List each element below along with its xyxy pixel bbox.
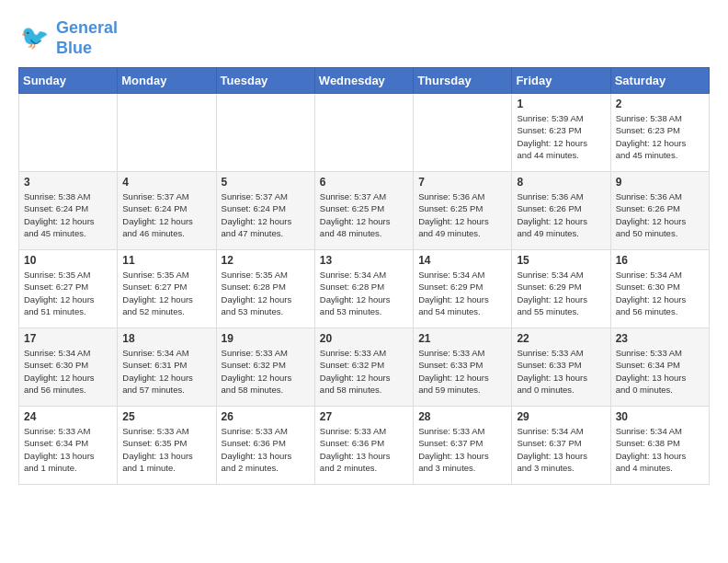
day-info: Sunrise: 5:35 AM Sunset: 6:27 PM Dayligh… — [24, 269, 112, 317]
day-cell: 18Sunrise: 5:34 AM Sunset: 6:31 PM Dayli… — [118, 328, 216, 407]
day-number: 8 — [517, 176, 605, 189]
day-cell: 16Sunrise: 5:34 AM Sunset: 6:30 PM Dayli… — [610, 250, 709, 328]
day-info: Sunrise: 5:34 AM Sunset: 6:30 PM Dayligh… — [24, 347, 112, 396]
day-cell: 17Sunrise: 5:34 AM Sunset: 6:30 PM Dayli… — [19, 328, 118, 407]
day-cell: 15Sunrise: 5:34 AM Sunset: 6:29 PM Dayli… — [512, 250, 610, 328]
day-info: Sunrise: 5:34 AM Sunset: 6:28 PM Dayligh… — [320, 269, 408, 317]
header-friday: Friday — [512, 68, 610, 94]
header-saturday: Saturday — [610, 68, 709, 94]
week-row-0: 1Sunrise: 5:39 AM Sunset: 6:23 PM Daylig… — [19, 94, 710, 172]
day-info: Sunrise: 5:39 AM Sunset: 6:23 PM Dayligh… — [517, 112, 605, 161]
day-info: Sunrise: 5:33 AM Sunset: 6:34 PM Dayligh… — [616, 347, 704, 396]
day-info: Sunrise: 5:33 AM Sunset: 6:32 PM Dayligh… — [222, 347, 310, 396]
day-info: Sunrise: 5:36 AM Sunset: 6:26 PM Dayligh… — [517, 190, 605, 239]
day-number: 27 — [320, 410, 408, 423]
day-cell: 10Sunrise: 5:35 AM Sunset: 6:27 PM Dayli… — [19, 250, 118, 328]
week-row-3: 17Sunrise: 5:34 AM Sunset: 6:30 PM Dayli… — [19, 328, 710, 407]
week-row-4: 24Sunrise: 5:33 AM Sunset: 6:34 PM Dayli… — [19, 407, 710, 485]
day-cell: 6Sunrise: 5:37 AM Sunset: 6:25 PM Daylig… — [314, 172, 413, 250]
day-cell: 29Sunrise: 5:34 AM Sunset: 6:37 PM Dayli… — [512, 407, 610, 485]
svg-text:🐦: 🐦 — [20, 23, 50, 52]
day-cell: 23Sunrise: 5:33 AM Sunset: 6:34 PM Dayli… — [610, 328, 709, 407]
day-info: Sunrise: 5:34 AM Sunset: 6:30 PM Dayligh… — [616, 269, 704, 317]
day-info: Sunrise: 5:34 AM Sunset: 6:38 PM Dayligh… — [616, 425, 704, 474]
day-info: Sunrise: 5:34 AM Sunset: 6:31 PM Dayligh… — [122, 347, 210, 396]
day-number: 18 — [122, 332, 210, 345]
header-row: SundayMondayTuesdayWednesdayThursdayFrid… — [19, 68, 710, 94]
day-info: Sunrise: 5:37 AM Sunset: 6:25 PM Dayligh… — [320, 190, 408, 239]
day-number: 6 — [320, 176, 408, 189]
day-info: Sunrise: 5:33 AM Sunset: 6:32 PM Dayligh… — [320, 347, 408, 396]
day-info: Sunrise: 5:33 AM Sunset: 6:34 PM Dayligh… — [24, 425, 112, 474]
day-info: Sunrise: 5:37 AM Sunset: 6:24 PM Dayligh… — [222, 190, 310, 239]
day-info: Sunrise: 5:34 AM Sunset: 6:29 PM Dayligh… — [517, 269, 605, 317]
day-info: Sunrise: 5:34 AM Sunset: 6:29 PM Dayligh… — [418, 269, 506, 317]
day-cell: 4Sunrise: 5:37 AM Sunset: 6:24 PM Daylig… — [118, 172, 216, 250]
day-number: 28 — [418, 410, 506, 423]
day-number: 21 — [418, 332, 506, 345]
day-info: Sunrise: 5:37 AM Sunset: 6:24 PM Dayligh… — [122, 190, 210, 239]
day-number: 2 — [616, 98, 704, 110]
day-cell: 14Sunrise: 5:34 AM Sunset: 6:29 PM Dayli… — [414, 250, 512, 328]
day-cell: 26Sunrise: 5:33 AM Sunset: 6:36 PM Dayli… — [216, 407, 314, 485]
day-info: Sunrise: 5:33 AM Sunset: 6:37 PM Dayligh… — [418, 425, 506, 474]
day-info: Sunrise: 5:36 AM Sunset: 6:25 PM Dayligh… — [418, 190, 506, 239]
day-number: 11 — [122, 254, 210, 267]
day-cell: 5Sunrise: 5:37 AM Sunset: 6:24 PM Daylig… — [216, 172, 314, 250]
day-number: 22 — [517, 332, 605, 345]
day-info: Sunrise: 5:33 AM Sunset: 6:36 PM Dayligh… — [320, 425, 408, 474]
day-cell: 9Sunrise: 5:36 AM Sunset: 6:26 PM Daylig… — [610, 172, 709, 250]
header-wednesday: Wednesday — [314, 68, 413, 94]
day-cell: 20Sunrise: 5:33 AM Sunset: 6:32 PM Dayli… — [314, 328, 413, 407]
day-number: 20 — [320, 332, 408, 345]
day-info: Sunrise: 5:35 AM Sunset: 6:28 PM Dayligh… — [222, 269, 310, 317]
header-tuesday: Tuesday — [216, 68, 314, 94]
day-cell: 11Sunrise: 5:35 AM Sunset: 6:27 PM Dayli… — [118, 250, 216, 328]
day-number: 12 — [222, 254, 310, 267]
day-info: Sunrise: 5:35 AM Sunset: 6:27 PM Dayligh… — [122, 269, 210, 317]
day-number: 26 — [222, 410, 310, 423]
day-cell: 8Sunrise: 5:36 AM Sunset: 6:26 PM Daylig… — [512, 172, 610, 250]
day-cell: 21Sunrise: 5:33 AM Sunset: 6:33 PM Dayli… — [414, 328, 512, 407]
day-number: 14 — [418, 254, 506, 267]
day-cell — [314, 94, 413, 172]
day-number: 1 — [517, 98, 605, 110]
day-cell: 25Sunrise: 5:33 AM Sunset: 6:35 PM Dayli… — [118, 407, 216, 485]
day-cell — [19, 94, 118, 172]
logo-text: General Blue — [56, 18, 118, 58]
day-cell: 2Sunrise: 5:38 AM Sunset: 6:23 PM Daylig… — [610, 94, 709, 172]
day-info: Sunrise: 5:33 AM Sunset: 6:33 PM Dayligh… — [517, 347, 605, 396]
day-cell: 28Sunrise: 5:33 AM Sunset: 6:37 PM Dayli… — [414, 407, 512, 485]
day-cell: 24Sunrise: 5:33 AM Sunset: 6:34 PM Dayli… — [19, 407, 118, 485]
page-container: 🐦 General Blue SundayMondayTuesdayWednes… — [18, 18, 710, 485]
header-thursday: Thursday — [414, 68, 512, 94]
day-info: Sunrise: 5:33 AM Sunset: 6:33 PM Dayligh… — [418, 347, 506, 396]
day-cell: 7Sunrise: 5:36 AM Sunset: 6:25 PM Daylig… — [414, 172, 512, 250]
day-cell: 22Sunrise: 5:33 AM Sunset: 6:33 PM Dayli… — [512, 328, 610, 407]
logo: 🐦 General Blue — [18, 18, 118, 58]
day-number: 23 — [616, 332, 704, 345]
day-cell — [414, 94, 512, 172]
day-number: 10 — [24, 254, 112, 267]
day-number: 4 — [122, 176, 210, 189]
day-cell: 13Sunrise: 5:34 AM Sunset: 6:28 PM Dayli… — [314, 250, 413, 328]
day-cell — [216, 94, 314, 172]
day-info: Sunrise: 5:38 AM Sunset: 6:24 PM Dayligh… — [24, 190, 112, 239]
day-number: 15 — [517, 254, 605, 267]
logo-icon: 🐦 — [18, 22, 51, 55]
calendar-table: SundayMondayTuesdayWednesdayThursdayFrid… — [18, 67, 710, 485]
day-info: Sunrise: 5:33 AM Sunset: 6:36 PM Dayligh… — [222, 425, 310, 474]
header: 🐦 General Blue — [18, 18, 710, 58]
week-row-2: 10Sunrise: 5:35 AM Sunset: 6:27 PM Dayli… — [19, 250, 710, 328]
day-number: 3 — [24, 176, 112, 189]
day-number: 16 — [616, 254, 704, 267]
day-cell: 19Sunrise: 5:33 AM Sunset: 6:32 PM Dayli… — [216, 328, 314, 407]
day-cell — [118, 94, 216, 172]
day-number: 25 — [122, 410, 210, 423]
day-number: 13 — [320, 254, 408, 267]
day-number: 5 — [222, 176, 310, 189]
day-number: 29 — [517, 410, 605, 423]
header-monday: Monday — [118, 68, 216, 94]
header-sunday: Sunday — [19, 68, 118, 94]
day-number: 9 — [616, 176, 704, 189]
